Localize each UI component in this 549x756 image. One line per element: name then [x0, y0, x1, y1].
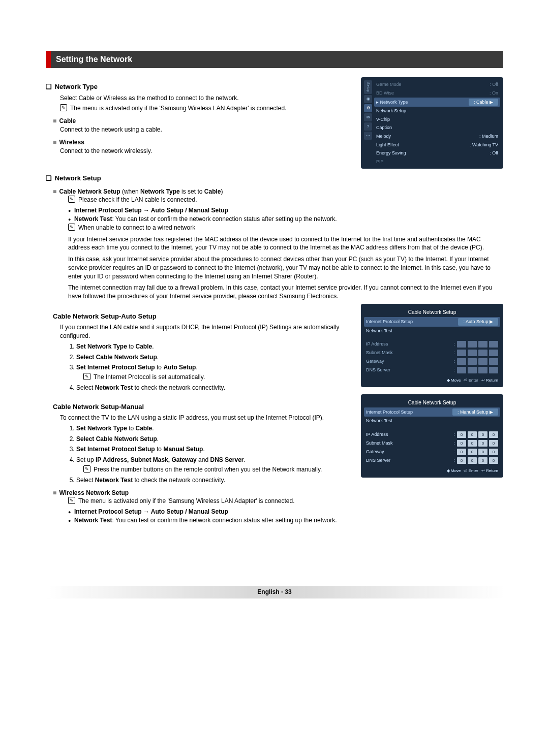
bullet-network-test: Network Test: You can test or confirm th…: [68, 215, 503, 224]
osd-label: IP Address: [366, 341, 451, 348]
list-item: Set Network Type to Cable.: [76, 424, 351, 433]
note-wireless-adapter-2: ✎ The menu is activated only if the 'Sam…: [68, 497, 351, 506]
ip-octet-box: [478, 367, 487, 373]
ip-octet-box[interactable]: 0: [478, 449, 487, 455]
osd-cable-manual: Cable Network Setup Internet Protocol Se…: [361, 394, 503, 478]
label-part: Network Test: [74, 215, 112, 223]
ip-octet-box[interactable]: 0: [468, 431, 477, 438]
list-item: Select Network Test to check the network…: [76, 384, 351, 392]
osd-title: Cable Network Setup: [364, 397, 500, 407]
osd-value: : Medium: [479, 133, 498, 140]
note-text: The menu is activated only if the 'Samsu…: [70, 104, 286, 113]
note-text: The Internet Protocol is set automatical…: [94, 373, 205, 382]
item-cable-network-setup: Cable Network Setup (when Network Type i…: [53, 187, 503, 196]
osd-label: Gateway: [366, 449, 451, 455]
osd-label: Network Test: [366, 418, 392, 424]
ip-octet-box[interactable]: 0: [489, 449, 498, 455]
auto-setup-title: Cable Network Setup-Auto Setup: [53, 312, 351, 321]
ip-octet-box[interactable]: 0: [478, 431, 487, 438]
ip-octet-box: [489, 367, 498, 373]
note-lan-cable: ✎ Please check if the LAN cable is conne…: [68, 196, 503, 204]
ip-octet-box[interactable]: 0: [489, 457, 498, 464]
label-part: : You can test or confirm the network co…: [112, 215, 337, 223]
osd-label: Gateway: [366, 358, 451, 365]
item-wireless: Wireless: [53, 138, 351, 147]
list-item: Set Network Type to Cable.: [76, 342, 351, 351]
osd-menu-row[interactable]: V-Chip: [374, 115, 500, 124]
note-text: Please check if the LAN cable is connect…: [78, 196, 197, 204]
osd-tab-icon-1[interactable]: ◉: [364, 95, 372, 103]
osd-value: : Watching TV: [470, 142, 498, 148]
ip-octet-box: [468, 358, 477, 365]
ip-octet-box[interactable]: 0: [457, 457, 466, 464]
osd-menu-row[interactable]: Network Setup: [374, 107, 500, 115]
note-icon: ✎: [68, 196, 75, 203]
section-title: Setting the Network: [46, 51, 503, 68]
osd-ip-row[interactable]: DNS Server:0000: [364, 456, 500, 465]
osd-label: Internet Protocol Setup: [366, 409, 413, 416]
osd-tab-icon-4[interactable]: ?: [364, 122, 372, 131]
osd-tab-icon-5[interactable]: ⋯: [364, 132, 372, 140]
osd-menu-row[interactable]: ▸ Network Type: Cable ▶: [374, 98, 500, 107]
manual-setup-steps: Set Network Type to Cable. Select Cable …: [68, 424, 351, 485]
ip-octet-box: [489, 358, 498, 365]
osd-menu-row: PIP: [374, 158, 500, 166]
note-icon: ✎: [83, 373, 90, 380]
osd-row-test[interactable]: Network Test: [364, 417, 500, 425]
network-type-heading: Network Type: [46, 82, 351, 91]
osd-menu-row[interactable]: Light Effect: Watching TV: [374, 141, 500, 149]
osd-label: BD Wise: [376, 90, 394, 97]
note-text: Press the number buttons on the remote c…: [94, 465, 322, 474]
list-item: Set Internet Protocol Setup to Manual Se…: [76, 445, 351, 454]
ip-octet-box: [457, 367, 466, 373]
osd-label: Light Effect: [376, 142, 399, 148]
note-icon: ✎: [68, 224, 75, 231]
osd-menu-row[interactable]: Caption: [374, 123, 500, 132]
osd-menu-row: BD Wise: On: [374, 89, 500, 98]
label-part: Cable Network Setup: [59, 188, 120, 195]
osd-ip-row[interactable]: Subnet Mask:0000: [364, 439, 500, 448]
ip-octet-box[interactable]: 0: [468, 440, 477, 447]
item-cable: Cable: [53, 117, 351, 125]
osd-ip-row: Subnet Mask:: [364, 349, 500, 357]
ip-octet-box[interactable]: 0: [457, 449, 466, 455]
osd-label: Internet Protocol Setup: [366, 319, 413, 325]
network-type-intro: Select Cable or Wireless as the method t…: [60, 94, 351, 103]
note-wireless-adapter: ✎ The menu is activated only if the 'Sam…: [60, 104, 351, 113]
osd-row-test[interactable]: Network Test: [364, 327, 500, 335]
ip-octet-box[interactable]: 0: [468, 449, 477, 455]
osd-ip-row: DNS Server:: [364, 366, 500, 374]
osd-row-ips[interactable]: Internet Protocol Setup : Auto Setup ▶: [364, 317, 500, 327]
osd-tab-icon-3[interactable]: ✉: [364, 113, 372, 121]
note-icon: ✎: [68, 497, 75, 504]
para-mac-address: If your Internet service provider has re…: [68, 235, 503, 253]
ip-octet-box: [468, 367, 477, 373]
ip-octet-box[interactable]: 0: [478, 457, 487, 464]
osd-tab-setup[interactable]: Setup: [364, 80, 372, 93]
ip-octet-box[interactable]: 0: [457, 431, 466, 438]
osd-menu-row[interactable]: Energy Saving: Off: [374, 149, 500, 158]
osd-ip-row: IP Address:: [364, 340, 500, 349]
label-part: Network Test: [74, 517, 112, 524]
osd-menu-row[interactable]: Melody: Medium: [374, 132, 500, 141]
ip-octet-box[interactable]: 0: [478, 440, 487, 447]
ip-octet-box[interactable]: 0: [489, 431, 498, 438]
ip-octet-box: [468, 350, 477, 356]
network-setup-heading: Network Setup: [46, 174, 503, 183]
ip-octet-box[interactable]: 0: [468, 457, 477, 464]
osd-value: : Auto Setup ▶: [458, 318, 498, 326]
osd-row-ips[interactable]: Internet Protocol Setup : Manual Setup ▶: [364, 407, 500, 417]
ip-octet-box[interactable]: 0: [457, 440, 466, 447]
osd-title: Cable Network Setup: [364, 307, 500, 317]
osd-label: DNS Server: [366, 457, 451, 464]
ip-octet-box: [478, 341, 487, 348]
ip-octet-box: [457, 358, 466, 365]
osd-value: : Off: [490, 150, 498, 156]
osd-tab-icon-2[interactable]: ⚙: [364, 104, 372, 112]
osd-ip-row[interactable]: IP Address:0000: [364, 430, 500, 439]
ip-octet-box[interactable]: 0: [489, 440, 498, 447]
osd-label: Energy Saving: [376, 150, 406, 156]
manual-setup-intro: To connect the TV to the LAN using a sta…: [60, 414, 351, 422]
osd-ip-row[interactable]: Gateway:0000: [364, 448, 500, 456]
bullet-ips: Internet Protocol Setup → Auto Setup / M…: [68, 206, 503, 215]
